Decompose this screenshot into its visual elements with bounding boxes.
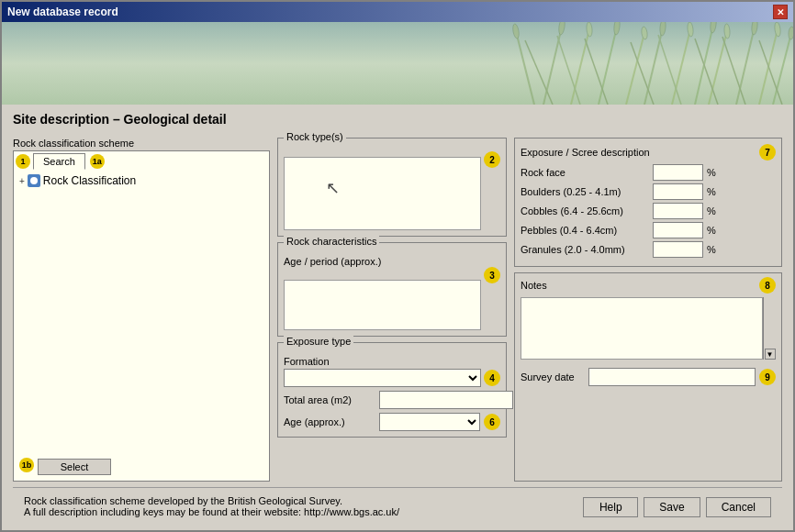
tab-search[interactable]: Search: [33, 153, 85, 170]
scroll-down-btn[interactable]: ▼: [765, 349, 776, 360]
left-panel: Rock classification scheme 1 Search 1a +: [13, 138, 270, 482]
notes-scrollbar[interactable]: ▼: [763, 297, 776, 360]
pct-sign-1: %: [707, 167, 716, 178]
middle-panel: Rock type(s) ↖ 2 Rock characteristics Ag…: [277, 138, 507, 482]
cobbles-label: Cobbles (6.4 - 25.6cm): [521, 205, 649, 216]
expand-icon: +: [19, 176, 25, 186]
footer-text-block: Rock classification scheme developed by …: [24, 495, 399, 517]
footer-line2: A full description including keys may be…: [24, 506, 399, 517]
banner: [2, 22, 793, 105]
rock-types-area[interactable]: ↖: [284, 157, 481, 230]
survey-date-row: Survey date 9: [521, 368, 776, 386]
rock-class-label: Rock classification scheme: [13, 138, 270, 149]
badge-4: 4: [484, 370, 500, 386]
right-panel: Exposure / Scree description 7 Rock face…: [514, 138, 782, 482]
survey-date-input[interactable]: [588, 368, 756, 386]
badge-8: 8: [759, 277, 776, 294]
rock-types-legend: Rock type(s): [284, 131, 346, 142]
close-button[interactable]: ✕: [773, 5, 788, 19]
formation-select[interactable]: [284, 369, 481, 387]
granules-label: Granules (2.0 - 4.0mm): [521, 244, 649, 255]
survey-date-label: Survey date: [521, 371, 585, 382]
age-approx-select[interactable]: [379, 413, 480, 431]
content-area: Site description – Geological detail Roc…: [2, 105, 793, 530]
pebbles-label: Pebbles (0.4 - 6.4cm): [521, 225, 649, 236]
exposure-scree-legend: Exposure / Scree description: [521, 147, 650, 158]
pct-sign-3: %: [707, 205, 716, 216]
badge-7: 7: [759, 144, 776, 161]
cobbles-input[interactable]: [653, 203, 703, 219]
select-button[interactable]: Select: [38, 459, 111, 475]
rock-face-input[interactable]: [653, 164, 703, 181]
granules-row: Granules (2.0 - 4.0mm) %: [521, 241, 776, 258]
footer: Rock classification scheme developed by …: [13, 487, 782, 523]
badge-1: 1: [16, 154, 30, 169]
tabs-row: 1 Search 1a: [16, 153, 267, 170]
cursor-icon: ↖: [326, 178, 340, 198]
badge-1b: 1b: [19, 458, 34, 472]
pebbles-input[interactable]: [653, 222, 703, 238]
age-period-label: Age / period (approx.): [284, 256, 500, 267]
notes-group: Notes 8 ▼ Survey date 9: [514, 272, 782, 482]
badge-1a: 1a: [90, 154, 105, 169]
rock-classification-icon: [28, 174, 40, 187]
save-button[interactable]: Save: [644, 497, 700, 517]
tree-item-label: Rock Classification: [43, 174, 136, 187]
formation-section: Formation 4: [284, 356, 500, 387]
badge-2: 2: [484, 151, 500, 168]
cancel-button[interactable]: Cancel: [706, 497, 771, 517]
pct-sign-2: %: [707, 186, 716, 197]
main-body: Rock classification scheme 1 Search 1a +: [13, 138, 782, 482]
rock-class-box: 1 Search 1a + Rock Classification: [13, 150, 270, 482]
rock-char-group: Rock characteristics Age / period (appro…: [277, 242, 507, 337]
window-title: New database record: [7, 6, 118, 18]
rock-char-legend: Rock characteristics: [284, 236, 379, 247]
age-approx-label: Age (approx.): [284, 416, 375, 427]
boulders-input[interactable]: [653, 183, 703, 200]
rock-face-row: Rock face %: [521, 164, 776, 181]
age-period-input[interactable]: [284, 280, 481, 330]
badge-3: 3: [484, 267, 500, 283]
total-area-input[interactable]: [379, 391, 513, 409]
pct-sign-4: %: [707, 225, 716, 236]
exposure-type-group: Exposure type Formation 4 Total ar: [277, 342, 507, 438]
footer-buttons: Help Save Cancel: [583, 497, 771, 517]
boulders-row: Boulders (0.25 - 4.1m) %: [521, 183, 776, 200]
boulders-label: Boulders (0.25 - 4.1m): [521, 186, 649, 197]
notes-legend: Notes: [521, 280, 547, 291]
badge-9: 9: [759, 369, 776, 385]
granules-input[interactable]: [653, 241, 703, 258]
section-title: Site description – Geological detail: [13, 112, 782, 127]
tree-item-rock-classification[interactable]: + Rock Classification: [17, 173, 265, 188]
total-area-row: Total area (m2) 5: [284, 391, 500, 409]
exposure-scree-group: Exposure / Scree description 7 Rock face…: [514, 138, 782, 267]
pebbles-row: Pebbles (0.4 - 6.4cm) %: [521, 222, 776, 238]
main-window: New database record ✕: [0, 0, 795, 532]
total-area-label: Total area (m2): [284, 394, 375, 405]
svg-point-33: [30, 177, 38, 184]
rock-face-label: Rock face: [521, 167, 649, 178]
title-bar: New database record ✕: [2, 2, 793, 22]
rock-types-group: Rock type(s) ↖ 2: [277, 138, 507, 237]
footer-line1: Rock classification scheme developed by …: [24, 495, 399, 506]
notes-textarea[interactable]: [521, 297, 763, 360]
tree-area: + Rock Classification: [16, 172, 267, 453]
exposure-type-legend: Exposure type: [284, 336, 353, 347]
cobbles-row: Cobbles (6.4 - 25.6cm) %: [521, 203, 776, 219]
help-button[interactable]: Help: [583, 497, 638, 517]
badge-6: 6: [484, 414, 500, 430]
pct-sign-5: %: [707, 244, 716, 255]
formation-label: Formation: [284, 356, 500, 367]
age-approx-row: Age (approx.) 6: [284, 413, 500, 431]
